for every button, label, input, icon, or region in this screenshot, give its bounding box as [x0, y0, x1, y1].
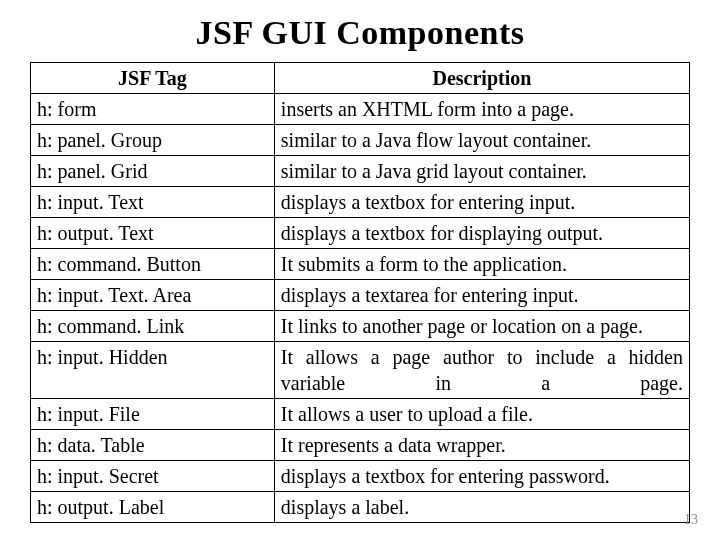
table-header-row: JSF Tag Description — [31, 63, 690, 94]
table-row: h: data. TableIt represents a data wrapp… — [31, 430, 690, 461]
cell-tag: h: command. Link — [31, 311, 275, 342]
table-row: h: command. ButtonIt submits a form to t… — [31, 249, 690, 280]
cell-tag: h: input. Text — [31, 187, 275, 218]
table-row: h: panel. Groupsimilar to a Java flow la… — [31, 125, 690, 156]
cell-tag: h: form — [31, 94, 275, 125]
cell-tag: h: panel. Group — [31, 125, 275, 156]
table-row: h: command. LinkIt links to another page… — [31, 311, 690, 342]
slide: JSF GUI Components JSF Tag Description h… — [0, 0, 720, 540]
header-tag: JSF Tag — [31, 63, 275, 94]
cell-desc: It represents a data wrapper. — [274, 430, 689, 461]
cell-desc: It allows a page author to include a hid… — [274, 342, 689, 399]
cell-tag: h: input. Secret — [31, 461, 275, 492]
cell-tag: h: output. Label — [31, 492, 275, 523]
page-number: 13 — [684, 512, 698, 528]
cell-desc: displays a textbox for entering input. — [274, 187, 689, 218]
cell-desc: similar to a Java flow layout container. — [274, 125, 689, 156]
table-row: h: output. Textdisplays a textbox for di… — [31, 218, 690, 249]
table-row: h: panel. Gridsimilar to a Java grid lay… — [31, 156, 690, 187]
cell-desc: It submits a form to the application. — [274, 249, 689, 280]
table-row: h: input. Textdisplays a textbox for ent… — [31, 187, 690, 218]
table-row: h: input. HiddenIt allows a page author … — [31, 342, 690, 399]
cell-desc: displays a textbox for entering password… — [274, 461, 689, 492]
header-desc: Description — [274, 63, 689, 94]
cell-tag: h: command. Button — [31, 249, 275, 280]
jsf-components-table: JSF Tag Description h: forminserts an XH… — [30, 62, 690, 523]
cell-desc: displays a label. — [274, 492, 689, 523]
table-row: h: input. Text. Areadisplays a textarea … — [31, 280, 690, 311]
table-row: h: input. FileIt allows a user to upload… — [31, 399, 690, 430]
cell-desc: similar to a Java grid layout container. — [274, 156, 689, 187]
cell-desc: displays a textarea for entering input. — [274, 280, 689, 311]
table-row: h: input. Secretdisplays a textbox for e… — [31, 461, 690, 492]
table-row: h: forminserts an XHTML form into a page… — [31, 94, 690, 125]
cell-desc: displays a textbox for displaying output… — [274, 218, 689, 249]
table-row: h: output. Labeldisplays a label. — [31, 492, 690, 523]
cell-desc: It allows a user to upload a file. — [274, 399, 689, 430]
cell-tag: h: output. Text — [31, 218, 275, 249]
page-title: JSF GUI Components — [30, 14, 690, 52]
cell-tag: h: data. Table — [31, 430, 275, 461]
cell-desc: inserts an XHTML form into a page. — [274, 94, 689, 125]
cell-tag: h: panel. Grid — [31, 156, 275, 187]
cell-desc: It links to another page or location on … — [274, 311, 689, 342]
cell-tag: h: input. Hidden — [31, 342, 275, 399]
cell-tag: h: input. File — [31, 399, 275, 430]
cell-tag: h: input. Text. Area — [31, 280, 275, 311]
